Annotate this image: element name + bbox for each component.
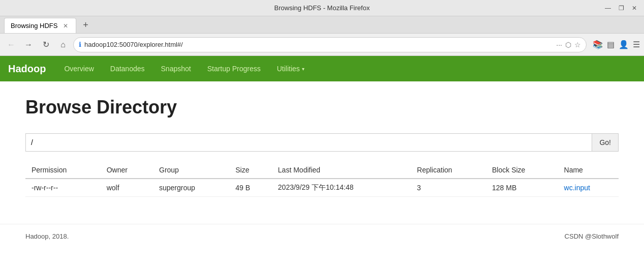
hadoop-navbar: Hadoop Overview Datanodes Snapshot Start… — [0, 56, 644, 81]
col-owner: Owner — [101, 162, 153, 179]
col-block-size: Block Size — [486, 162, 558, 179]
utilities-label: Utilities — [277, 65, 300, 73]
restore-button[interactable]: ❐ — [617, 4, 626, 13]
pocket-icon[interactable]: ⬡ — [565, 41, 571, 49]
reload-button[interactable]: ↻ — [39, 38, 53, 52]
url-text: hadoop102:50070/explorer.html#/ — [84, 41, 553, 48]
path-bar: Go! — [25, 133, 619, 152]
address-bar-actions: ··· ⬡ ☆ — [556, 41, 581, 49]
file-table: Permission Owner Group Size Last Modifie… — [25, 162, 619, 197]
nav-item-overview[interactable]: Overview — [56, 56, 102, 81]
minimize-button[interactable]: — — [603, 4, 612, 13]
table-header: Permission Owner Group Size Last Modifie… — [25, 162, 619, 179]
col-last-modified: Last Modified — [272, 162, 411, 179]
info-icon: ℹ — [79, 41, 81, 48]
cell-group: supergroup — [153, 179, 229, 197]
table-body: -rw-r--r-- wolf supergroup 49 B 2023/9/2… — [25, 179, 619, 197]
path-input[interactable] — [25, 133, 592, 152]
file-link[interactable]: wc.input — [564, 184, 590, 192]
more-options-icon[interactable]: ··· — [556, 41, 562, 49]
sidebar-icon[interactable]: ▤ — [607, 40, 615, 49]
page-title: Browse Directory — [25, 97, 619, 118]
cell-replication: 3 — [411, 179, 486, 197]
nav-item-startup-progress[interactable]: Startup Progress — [199, 56, 269, 81]
window-controls: — ❐ ✕ — [603, 4, 639, 13]
cell-block-size: 128 MB — [486, 179, 558, 197]
cell-permission: -rw-r--r-- — [25, 179, 101, 197]
col-size: Size — [229, 162, 272, 179]
profile-icon[interactable]: 👤 — [619, 40, 629, 49]
hadoop-brand: Hadoop — [8, 63, 46, 75]
library-icon[interactable]: 📚 — [593, 40, 603, 49]
cell-owner: wolf — [101, 179, 153, 197]
new-tab-button[interactable]: + — [78, 18, 93, 32]
forward-button[interactable]: → — [21, 38, 36, 52]
window-title: Browsing HDFS - Mozilla Firefox — [274, 4, 370, 12]
col-permission: Permission — [25, 162, 101, 179]
bookmark-icon[interactable]: ☆ — [574, 41, 581, 49]
nav-item-utilities[interactable]: Utilities ▾ — [269, 56, 313, 81]
table-row: -rw-r--r-- wolf supergroup 49 B 2023/9/2… — [25, 179, 619, 197]
go-button[interactable]: Go! — [592, 133, 619, 152]
footer-right: CSDN @Slothwolf — [565, 232, 619, 240]
col-name: Name — [558, 162, 619, 179]
back-button[interactable]: ← — [4, 38, 18, 52]
tab-label: Browsing HDFS — [11, 22, 57, 30]
toolbar-right: 📚 ▤ 👤 ☰ — [593, 40, 640, 49]
cell-size: 49 B — [229, 179, 272, 197]
main-content: Browse Directory Go! Permission Owner Gr… — [0, 81, 644, 224]
nav-item-datanodes[interactable]: Datanodes — [102, 56, 153, 81]
footer: Hadoop, 2018. CSDN @Slothwolf — [0, 224, 644, 248]
tab-bar: Browsing HDFS ✕ + — [0, 16, 644, 34]
browser-toolbar: ← → ↻ ⌂ ℹ hadoop102:50070/explorer.html#… — [0, 34, 644, 56]
utilities-dropdown-arrow: ▾ — [302, 66, 304, 72]
active-tab[interactable]: Browsing HDFS ✕ — [4, 18, 76, 33]
address-bar[interactable]: ℹ hadoop102:50070/explorer.html#/ ··· ⬡ … — [73, 37, 587, 52]
browser-titlebar: Browsing HDFS - Mozilla Firefox — ❐ ✕ — [0, 0, 644, 16]
nav-item-snapshot[interactable]: Snapshot — [153, 56, 199, 81]
cell-name: wc.input — [558, 179, 619, 197]
cell-last-modified: 2023/9/29 下午10:14:48 — [272, 179, 411, 197]
menu-icon[interactable]: ☰ — [633, 40, 640, 49]
col-group: Group — [153, 162, 229, 179]
close-window-button[interactable]: ✕ — [630, 4, 639, 13]
col-replication: Replication — [411, 162, 486, 179]
home-button[interactable]: ⌂ — [56, 38, 70, 52]
footer-left: Hadoop, 2018. — [25, 232, 69, 240]
tab-close-button[interactable]: ✕ — [62, 22, 70, 30]
